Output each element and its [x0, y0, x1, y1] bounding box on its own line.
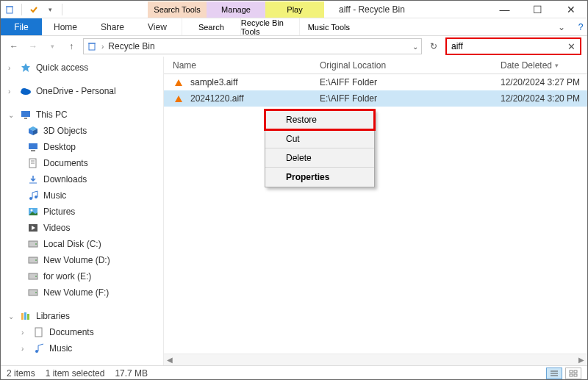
- search-box[interactable]: ✕: [445, 37, 581, 55]
- sidebar-item-documents[interactable]: Documents: [1, 155, 163, 171]
- sidebar-item-label: Documents: [49, 327, 94, 337]
- sidebar-lib-music[interactable]: › Music: [1, 340, 163, 356]
- nav-history-dropdown[interactable]: ▾: [45, 39, 60, 54]
- sidebar-item-desktop[interactable]: Desktop: [1, 139, 163, 155]
- svg-rect-39: [570, 370, 573, 373]
- close-button[interactable]: ✕: [554, 1, 587, 18]
- sidebar-item-label: Videos: [43, 223, 70, 233]
- address-bar: ← → ▾ ↑ › Recycle Bin ⌄ ↻ ✕: [1, 36, 587, 57]
- vlc-cone-icon: [173, 93, 184, 104]
- file-tab[interactable]: File: [1, 18, 42, 35]
- sidebar-item-libraries[interactable]: ⌄ Libraries: [1, 308, 163, 324]
- column-header-date-deleted[interactable]: Date Deleted ▾: [501, 60, 587, 71]
- sidebar-item-videos[interactable]: Videos: [1, 220, 163, 236]
- address-box[interactable]: › Recycle Bin ⌄: [83, 38, 422, 54]
- sidebar-item-downloads[interactable]: Downloads: [1, 171, 163, 187]
- context-menu: Restore Cut Delete Properties: [265, 110, 375, 187]
- sidebar-item-label: Quick access: [36, 62, 88, 73]
- properties-icon[interactable]: [28, 4, 40, 15]
- thumbnails-view-button[interactable]: [565, 368, 581, 379]
- details-view-button[interactable]: [546, 368, 562, 379]
- nav-forward-button[interactable]: →: [26, 39, 40, 54]
- nav-up-button[interactable]: ↑: [64, 39, 79, 54]
- scroll-right-icon[interactable]: ▶: [576, 356, 587, 364]
- context-menu-cut[interactable]: Cut: [265, 129, 374, 148]
- svg-rect-34: [35, 328, 42, 337]
- minimize-button[interactable]: —: [488, 1, 521, 18]
- file-list[interactable]: sample3.aiff E:\AIFF Folder 12/20/2024 3…: [164, 74, 587, 354]
- chevron-down-icon[interactable]: ⌄: [8, 111, 15, 119]
- window-title: aiff - Recycle Bin: [339, 4, 405, 15]
- svg-rect-42: [574, 374, 577, 376]
- music-tools-sub-tab[interactable]: Music Tools: [299, 18, 358, 35]
- search-sub-tab[interactable]: Search: [182, 18, 240, 35]
- chevron-right-icon[interactable]: ›: [101, 43, 104, 51]
- sidebar-item-label: Music: [43, 190, 66, 201]
- chevron-right-icon[interactable]: ›: [21, 345, 29, 353]
- drive-icon: [27, 270, 39, 282]
- sidebar-item-new-volume-f[interactable]: New Volume (F:): [1, 284, 163, 301]
- svg-rect-0: [7, 7, 12, 13]
- sidebar-item-pictures[interactable]: Pictures: [1, 204, 163, 220]
- chevron-right-icon[interactable]: ›: [8, 64, 15, 72]
- music-icon: [27, 190, 39, 201]
- context-menu-delete[interactable]: Delete: [265, 148, 374, 168]
- recycle-bin-tools-sub-tab[interactable]: Recycle Bin Tools: [240, 18, 299, 35]
- scroll-left-icon[interactable]: ◀: [164, 356, 176, 364]
- chevron-right-icon[interactable]: ›: [21, 329, 29, 337]
- play-tab[interactable]: Play: [265, 1, 324, 18]
- horizontal-scrollbar[interactable]: ◀ ▶: [164, 354, 587, 365]
- home-tab[interactable]: Home: [42, 18, 89, 35]
- drive-icon: [27, 287, 39, 298]
- sidebar-item-label: Pictures: [43, 207, 75, 217]
- star-icon: [20, 62, 32, 74]
- view-tab[interactable]: View: [136, 18, 179, 35]
- quick-access-toolbar: ▾: [1, 4, 67, 15]
- sidebar-item-onedrive[interactable]: › OneDrive - Personal: [1, 83, 163, 99]
- main-area: › Quick access › OneDrive - Personal ⌄ T…: [1, 57, 587, 365]
- refresh-button[interactable]: ↻: [426, 39, 441, 54]
- search-tools-tab[interactable]: Search Tools: [148, 1, 207, 18]
- help-button[interactable]: ?: [574, 18, 587, 35]
- videos-icon: [27, 222, 39, 234]
- column-header-original-location[interactable]: Original Location: [320, 60, 501, 71]
- sidebar-item-label: New Volume (F:): [43, 287, 109, 298]
- sidebar-item-quick-access[interactable]: › Quick access: [1, 60, 163, 76]
- sidebar-item-for-work-e[interactable]: for work (E:): [1, 268, 163, 284]
- file-row[interactable]: 20241220.aiff E:\AIFF Folder 12/20/2024 …: [164, 90, 587, 107]
- svg-point-30: [35, 292, 37, 293]
- ribbon-expand-button[interactable]: ⌄: [549, 18, 574, 35]
- chevron-down-icon[interactable]: ⌄: [8, 312, 15, 320]
- title-bar: ▾ Search Tools Manage Play aiff - Recycl…: [1, 1, 587, 18]
- sidebar-item-3d-objects[interactable]: 3D Objects: [1, 123, 163, 139]
- address-dropdown-icon[interactable]: ⌄: [412, 43, 418, 51]
- status-item-count: 2 items: [7, 368, 35, 379]
- svg-rect-6: [24, 118, 27, 119]
- chevron-right-icon[interactable]: ›: [8, 87, 15, 96]
- sidebar-lib-documents[interactable]: › Documents: [1, 324, 163, 340]
- document-icon: [33, 326, 45, 338]
- recycle-bin-icon[interactable]: [4, 4, 15, 15]
- sidebar-item-label: This PC: [36, 110, 68, 120]
- sidebar-item-new-volume-d[interactable]: New Volume (D:): [1, 252, 163, 268]
- sidebar-item-this-pc[interactable]: ⌄ This PC: [1, 107, 163, 123]
- breadcrumb[interactable]: Recycle Bin: [108, 41, 154, 51]
- view-mode-buttons: [546, 368, 581, 379]
- qat-dropdown-icon[interactable]: ▾: [44, 4, 56, 15]
- column-header-name[interactable]: Name: [173, 60, 320, 71]
- context-menu-properties[interactable]: Properties: [265, 168, 374, 187]
- file-row[interactable]: sample3.aiff E:\AIFF Folder 12/20/2024 3…: [164, 74, 587, 90]
- maximize-button[interactable]: ☐: [521, 1, 554, 18]
- context-menu-restore[interactable]: Restore: [265, 110, 374, 129]
- sidebar-item-local-disk-c[interactable]: Local Disk (C:): [1, 236, 163, 252]
- clear-search-icon[interactable]: ✕: [567, 41, 576, 52]
- navigation-pane[interactable]: › Quick access › OneDrive - Personal ⌄ T…: [1, 57, 164, 365]
- share-tab[interactable]: Share: [89, 18, 136, 35]
- sidebar-item-music[interactable]: Music: [1, 187, 163, 204]
- manage-tab[interactable]: Manage: [207, 1, 265, 18]
- nav-back-button[interactable]: ←: [7, 39, 21, 54]
- drive-icon: [27, 254, 39, 266]
- search-input[interactable]: [451, 41, 567, 51]
- svg-rect-11: [31, 150, 35, 151]
- svg-point-17: [35, 196, 37, 198]
